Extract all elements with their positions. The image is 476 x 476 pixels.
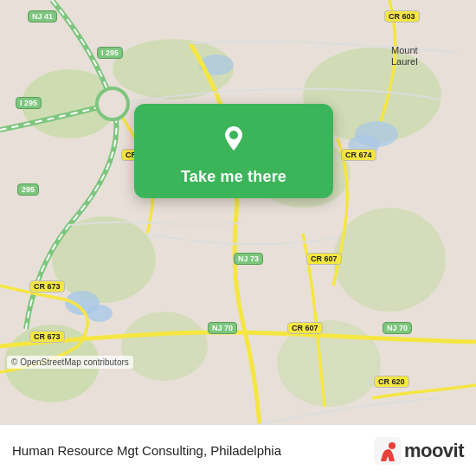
- location-title: Human Resource Mgt Consulting, Philadelp…: [12, 443, 365, 458]
- bottom-bar: Human Resource Mgt Consulting, Philadelp…: [0, 424, 476, 476]
- moovit-logo: moovit: [374, 437, 464, 465]
- moovit-icon: [374, 437, 402, 465]
- map-popup: Take me there: [134, 104, 333, 198]
- road-badge-cr673-bot: CR 673: [29, 331, 65, 343]
- svg-point-15: [97, 88, 128, 119]
- road-badge-cr607-bot: CR 607: [287, 322, 323, 334]
- road-badge-nj73: NJ 73: [234, 253, 263, 265]
- road-badge-cr607-top: CR 607: [306, 253, 342, 265]
- road-badge-cr620: CR 620: [374, 376, 409, 388]
- svg-point-17: [229, 131, 238, 139]
- road-badge-nj41: NJ 41: [28, 10, 57, 23]
- take-me-there-button[interactable]: Take me there: [181, 164, 286, 186]
- location-pin-icon: [215, 119, 253, 158]
- map-container: NJ 41 I 295 I 295 CR 616 CR 674 CR 603 2…: [0, 0, 476, 424]
- svg-point-11: [87, 305, 113, 322]
- copyright-text: © OpenStreetMap contributors: [7, 356, 133, 369]
- road-badge-cr673-top: CR 673: [29, 280, 65, 293]
- svg-point-8: [121, 312, 208, 381]
- road-badge-i295-top: I 295: [97, 47, 123, 59]
- road-badge-cr674: CR 674: [341, 149, 376, 161]
- mount-laurel-label: MountLaurel: [391, 45, 418, 68]
- road-badge-nj70-left: NJ 70: [208, 322, 237, 334]
- road-badge-i295-left: I 295: [16, 97, 42, 109]
- svg-point-6: [333, 208, 446, 312]
- svg-point-19: [389, 442, 396, 449]
- road-badge-nj70-right: NJ 70: [383, 322, 412, 334]
- moovit-text: moovit: [404, 440, 464, 462]
- road-badge-cr603: CR 603: [384, 10, 420, 23]
- road-badge-295: 295: [17, 183, 39, 196]
